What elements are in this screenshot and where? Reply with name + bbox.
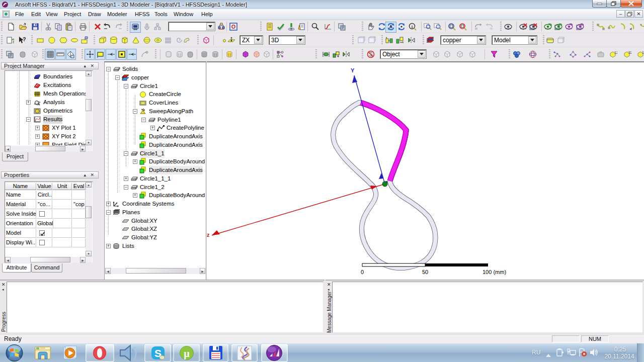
svg-text:?: ? [12,38,14,44]
svg-text:100 (mm): 100 (mm) [482,269,506,275]
svg-text:0: 0 [361,269,364,275]
svg-text:12: 12 [614,51,617,54]
svg-text:12: 12 [642,51,644,54]
svg-text:32: 32 [628,51,631,54]
svg-text:O: O [231,24,236,30]
svg-text:i: i [412,24,413,29]
svg-text:50: 50 [422,269,428,275]
svg-text:z: z [207,232,210,238]
svg-text:Y: Y [351,67,355,73]
svg-text:?: ? [23,36,26,42]
svg-text:µ: µ [184,348,190,359]
